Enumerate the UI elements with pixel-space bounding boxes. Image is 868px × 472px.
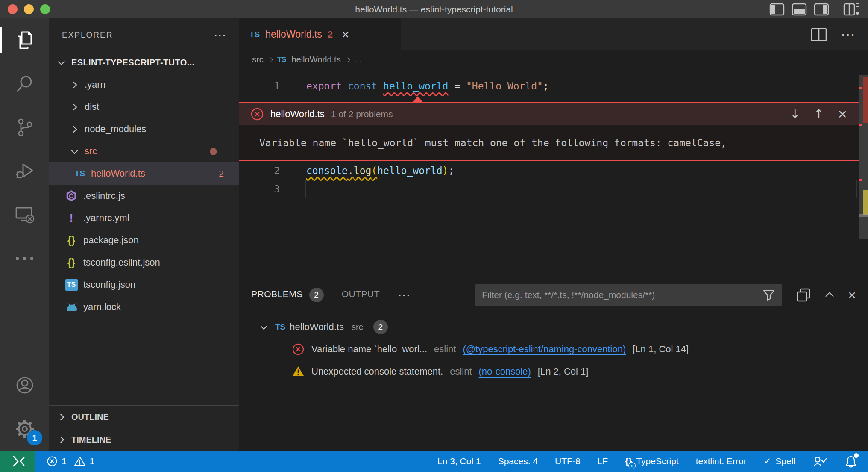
- close-peek-icon[interactable]: ×: [838, 108, 847, 120]
- filter-icon[interactable]: [762, 289, 775, 301]
- accounts-button[interactable]: [0, 363, 49, 407]
- code-editor[interactable]: 1 export const hello_world = "Hello Worl…: [239, 69, 868, 279]
- problem-row-warning[interactable]: Unexpected console statement. eslint (no…: [239, 360, 868, 383]
- current-line-border: [305, 180, 857, 198]
- sidebar-item-src-folder[interactable]: src: [49, 140, 239, 162]
- sidebar-item-yarn-folder[interactable]: .yarn: [49, 74, 239, 96]
- toggle-panel-icon[interactable]: [792, 3, 807, 16]
- spell-status[interactable]: ✓ Spell: [764, 456, 795, 466]
- problem-rule-link[interactable]: (no-console): [479, 366, 531, 377]
- error-count: 1: [62, 456, 67, 466]
- zoom-window-button[interactable]: [40, 4, 50, 14]
- overview-cursor-marker: [859, 214, 868, 217]
- sidebar-item-yarnrc-yml[interactable]: ! .yarnrc.yml: [49, 207, 239, 229]
- breadcrumb-item-symbol[interactable]: ...: [355, 55, 362, 65]
- warning-icon: [292, 365, 305, 378]
- problem-row-error[interactable]: Variable name `hello_worl... eslint (@ty…: [239, 338, 868, 360]
- settings-button[interactable]: 1: [0, 407, 49, 451]
- editor-scrollbar[interactable]: [859, 69, 868, 279]
- toggle-primary-sidebar-icon[interactable]: [769, 3, 785, 16]
- cursor-position[interactable]: Ln 3, Col 1: [437, 456, 481, 466]
- error-icon: [292, 343, 305, 356]
- sidebar-item-tsconfig-eslint-json[interactable]: {} tsconfig.eslint.json: [49, 251, 239, 274]
- editor-more-actions-icon[interactable]: ⋯: [841, 27, 855, 42]
- typescript-file-icon: TS: [249, 30, 260, 39]
- problems-filter-input[interactable]: [482, 290, 762, 300]
- timeline-section[interactable]: TIMELINE: [49, 428, 239, 451]
- minimize-window-button[interactable]: [24, 4, 34, 14]
- tab-problem-count: 2: [328, 29, 333, 40]
- tab-problems[interactable]: PROBLEMS 2: [251, 288, 324, 302]
- sidebar-item-package-json[interactable]: {} package.json: [49, 229, 239, 251]
- code-line-3-current[interactable]: 3: [239, 180, 868, 198]
- language-mode[interactable]: {} × TypeScript: [625, 456, 679, 466]
- git-modified-dot: [210, 148, 217, 155]
- problem-source: eslint: [434, 344, 456, 355]
- breadcrumb-item-file[interactable]: helloWorld.ts: [291, 55, 340, 65]
- toggle-secondary-sidebar-icon[interactable]: [814, 3, 829, 16]
- feedback-icon[interactable]: [812, 454, 827, 468]
- problems-count-badge: 2: [309, 288, 324, 302]
- activity-item-remote-explorer[interactable]: [0, 193, 49, 236]
- notifications-bell-icon[interactable]: [844, 454, 858, 468]
- sidebar-item-eslintrc-js[interactable]: .eslintrc.js: [49, 185, 239, 207]
- activity-item-run-debug[interactable]: [0, 149, 49, 193]
- warning-icon: [74, 456, 86, 467]
- tsconfig-icon: TS: [65, 278, 78, 292]
- peek-anchor-arrow: [412, 96, 423, 103]
- problems-file-path: src: [352, 322, 363, 332]
- remote-indicator[interactable]: [0, 451, 35, 472]
- account-icon: [14, 375, 35, 396]
- code-line-1[interactable]: 1 export const hello_world = "Hello Worl…: [239, 77, 868, 95]
- peek-counter: 1 of 2 problems: [331, 109, 393, 119]
- problems-file-row[interactable]: TS helloWorld.ts src 2: [239, 316, 868, 338]
- problems-summary[interactable]: 1 1: [47, 456, 94, 467]
- activity-item-search[interactable]: [0, 62, 49, 106]
- split-editor-icon[interactable]: [810, 27, 828, 43]
- sidebar-item-dist-folder[interactable]: dist: [49, 96, 239, 118]
- explorer-title: EXPLORER: [62, 30, 113, 40]
- tab-label: helloWorld.ts: [265, 29, 322, 40]
- close-panel-icon[interactable]: ×: [848, 288, 856, 302]
- activity-item-explorer[interactable]: [0, 18, 49, 62]
- problem-message: Variable name `hello_worl...: [311, 344, 427, 355]
- previous-problem-icon[interactable]: ↑: [814, 108, 824, 120]
- code-line-2[interactable]: 2 console.log(hello_world);: [239, 161, 868, 180]
- sidebar-item-tsconfig-json[interactable]: TS tsconfig.json: [49, 274, 239, 296]
- chevron-right-icon: [345, 57, 350, 62]
- sidebar-item-helloworld-ts[interactable]: TS helloWorld.ts 2: [49, 162, 239, 185]
- eol-status[interactable]: LF: [598, 456, 608, 466]
- editor-tab-helloworld[interactable]: TS helloWorld.ts 2 ×: [239, 18, 401, 50]
- workspace-root-row[interactable]: ESLINT-TYPESCRIPT-TUTO...: [49, 51, 239, 74]
- breadcrumb-item-folder[interactable]: src: [252, 55, 264, 65]
- indentation-status[interactable]: Spaces: 4: [498, 456, 538, 466]
- json-icon: {}: [65, 233, 78, 247]
- textlint-status[interactable]: textlint: Error: [696, 456, 747, 466]
- peek-header: helloWorld.ts 1 of 2 problems ↓ ↑ ×: [239, 103, 859, 125]
- explorer-sidebar: EXPLORER ⋯ ESLINT-TYPESCRIPT-TUTO... .ya…: [49, 18, 239, 451]
- maximize-panel-icon[interactable]: [825, 292, 834, 301]
- sidebar-item-node-modules-folder[interactable]: node_modules: [49, 118, 239, 140]
- explorer-actions-icon[interactable]: ⋯: [214, 29, 226, 41]
- files-icon: [14, 30, 35, 51]
- activity-item-more[interactable]: [0, 236, 49, 280]
- panel-more-tabs-icon[interactable]: ⋯: [398, 289, 411, 301]
- remote-explorer-icon: [14, 204, 35, 225]
- outline-section[interactable]: OUTLINE: [49, 405, 239, 428]
- open-in-editor-icon[interactable]: [796, 287, 811, 303]
- customize-layout-icon[interactable]: [843, 3, 859, 16]
- next-problem-icon[interactable]: ↓: [790, 108, 800, 120]
- close-window-button[interactable]: [8, 4, 18, 14]
- warning-count: 1: [90, 456, 95, 466]
- sidebar-item-yarn-lock[interactable]: yarn.lock: [49, 296, 239, 318]
- tab-output[interactable]: OUTPUT: [342, 289, 380, 301]
- close-tab-icon[interactable]: ×: [342, 28, 349, 41]
- peek-message[interactable]: Variable name `hello_world` must match o…: [239, 125, 859, 160]
- overview-warning-marker: [863, 190, 868, 215]
- encoding-status[interactable]: UTF-8: [555, 456, 581, 466]
- bottom-panel: PROBLEMS 2 OUTPUT ⋯: [239, 279, 868, 451]
- problem-rule-link[interactable]: (@typescript-eslint/naming-convention): [463, 344, 626, 355]
- title-bar: helloWorld.ts — eslint-typescript-tutori…: [0, 0, 868, 18]
- activity-item-source-control[interactable]: [0, 106, 49, 149]
- chevron-right-icon: [69, 101, 80, 112]
